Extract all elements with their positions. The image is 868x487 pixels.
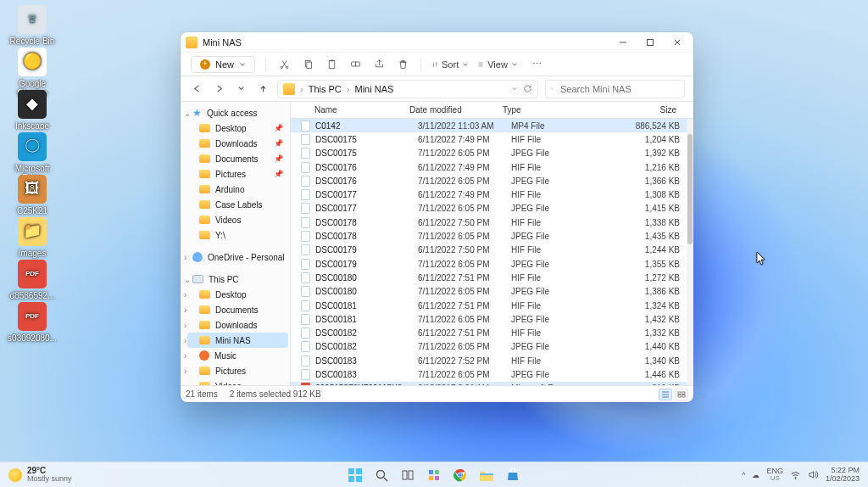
scrollbar[interactable] bbox=[687, 119, 693, 385]
file-row[interactable]: DSC001836/11/2022 7:52 PMHIF File1,340 K… bbox=[291, 354, 693, 367]
nav-item[interactable]: ›Videos bbox=[187, 378, 288, 385]
start-button[interactable] bbox=[346, 466, 364, 484]
rename-button[interactable] bbox=[348, 57, 363, 72]
close-button[interactable] bbox=[666, 32, 688, 53]
file-date: 7/11/2022 6:05 PM bbox=[411, 176, 504, 186]
view-dropdown[interactable]: View bbox=[477, 59, 518, 70]
navigation-pane[interactable]: ⌄★Quick accessDesktop📌Downloads📌Document… bbox=[181, 102, 291, 385]
breadcrumb-segment[interactable]: This PC bbox=[309, 84, 342, 94]
folder-icon bbox=[199, 382, 210, 385]
recent-button[interactable] bbox=[233, 81, 248, 97]
scrollbar-thumb[interactable] bbox=[687, 134, 693, 244]
wifi-icon[interactable] bbox=[790, 469, 801, 480]
nav-item[interactable]: ›Mini NAS bbox=[187, 333, 288, 348]
nav-item[interactable]: ›Desktop bbox=[187, 287, 288, 302]
file-row[interactable]: DSC001826/11/2022 7:51 PMHIF File1,332 K… bbox=[291, 326, 693, 339]
share-button[interactable] bbox=[371, 57, 387, 72]
file-row[interactable]: DSC001807/11/2022 6:05 PMJPEG File1,386 … bbox=[291, 285, 693, 299]
file-row[interactable]: DSC001837/11/2022 6:05 PMJPEG File1,446 … bbox=[291, 367, 693, 381]
file-row[interactable]: DSC001776/11/2022 7:49 PMHIF File1,308 K… bbox=[291, 188, 693, 201]
file-name: 660515378X726115X8 bbox=[315, 383, 411, 385]
search-box[interactable] bbox=[545, 80, 685, 98]
desktop-icon[interactable]: 🖼C25K21 bbox=[7, 175, 58, 216]
cut-button[interactable] bbox=[276, 57, 292, 72]
tray-chevron[interactable]: ^ bbox=[742, 471, 745, 479]
desktop-icon[interactable]: PDFs03092080... bbox=[7, 302, 58, 343]
nav-item[interactable]: ›OneDrive - Personal bbox=[187, 249, 288, 265]
refresh-icon[interactable] bbox=[523, 84, 532, 93]
file-row[interactable]: 660515378X726115X89/12/2017 2:01 AMMicro… bbox=[291, 382, 693, 385]
col-type[interactable]: Type bbox=[496, 105, 555, 115]
sort-dropdown[interactable]: Sort bbox=[431, 59, 469, 70]
explorer-taskbar-icon[interactable] bbox=[477, 466, 496, 484]
nav-item[interactable]: ›Downloads bbox=[187, 317, 288, 333]
copy-button[interactable] bbox=[300, 57, 315, 72]
col-size[interactable]: Size bbox=[555, 105, 685, 115]
forward-button[interactable] bbox=[211, 81, 226, 97]
file-row[interactable]: DSC001806/11/2022 7:51 PMHIF File1,272 K… bbox=[291, 271, 693, 284]
up-button[interactable] bbox=[255, 81, 270, 97]
nav-item[interactable]: ›Pictures bbox=[187, 363, 288, 378]
nav-item[interactable]: Videos bbox=[187, 212, 288, 227]
maximize-button[interactable] bbox=[639, 32, 661, 53]
nav-item[interactable]: Case Labels bbox=[187, 197, 288, 212]
nav-item[interactable]: Desktop📌 bbox=[187, 120, 288, 136]
nav-item[interactable]: Downloads📌 bbox=[187, 136, 288, 151]
file-row[interactable]: DSC001757/11/2022 6:05 PMJPEG File1,392 … bbox=[291, 147, 693, 160]
nav-item[interactable]: Documents📌 bbox=[187, 151, 288, 166]
file-list[interactable]: C01423/11/2022 11:03 AMMP4 File886,524 K… bbox=[291, 119, 693, 385]
breadcrumb-bar[interactable]: › This PC › Mini NAS bbox=[277, 80, 538, 98]
file-row[interactable]: DSC001797/11/2022 6:05 PMJPEG File1,355 … bbox=[291, 257, 693, 271]
col-name[interactable]: Name bbox=[291, 105, 403, 115]
search-input[interactable] bbox=[559, 83, 679, 95]
file-row[interactable]: DSC001767/11/2022 6:05 PMJPEG File1,366 … bbox=[291, 174, 693, 188]
file-row[interactable]: C01423/11/2022 11:03 AMMP4 File886,524 K… bbox=[291, 119, 693, 132]
desktop-icon[interactable]: 🗑️Recycle Bin bbox=[7, 5, 58, 46]
file-row[interactable]: DSC001817/11/2022 6:05 PMJPEG File1,432 … bbox=[291, 312, 693, 326]
file-row[interactable]: DSC001756/11/2022 7:49 PMHIF File1,204 K… bbox=[291, 132, 693, 146]
back-button[interactable] bbox=[189, 81, 204, 97]
details-view-button[interactable] bbox=[659, 389, 672, 400]
file-row[interactable]: DSC001816/11/2022 7:51 PMHIF File1,324 K… bbox=[291, 299, 693, 312]
nav-item[interactable]: Pictures📌 bbox=[187, 166, 288, 182]
star-icon: ★ bbox=[192, 108, 202, 118]
nav-item[interactable]: Arduino bbox=[187, 182, 288, 197]
large-icons-view-button[interactable] bbox=[675, 389, 688, 400]
file-row[interactable]: DSC001827/11/2022 6:05 PMJPEG File1,440 … bbox=[291, 340, 693, 354]
nav-item[interactable]: ›Music bbox=[187, 348, 288, 363]
file-row[interactable]: DSC001786/11/2022 7:50 PMHIF File1,338 K… bbox=[291, 216, 693, 229]
breadcrumb-segment[interactable]: Mini NAS bbox=[354, 84, 393, 94]
file-row[interactable]: DSC001777/11/2022 6:05 PMJPEG File1,415 … bbox=[291, 202, 693, 216]
minimize-button[interactable] bbox=[612, 32, 634, 53]
desktop-icon[interactable]: ◆Inkscape bbox=[7, 90, 58, 131]
nav-item[interactable]: ⌄This PC bbox=[187, 271, 288, 287]
more-button[interactable]: ⋯ bbox=[530, 57, 545, 72]
paste-button[interactable] bbox=[324, 57, 339, 72]
col-date[interactable]: Date modified bbox=[403, 105, 496, 115]
chevron-down-icon[interactable] bbox=[511, 84, 518, 93]
clock[interactable]: 5:22 PM 1/02/2023 bbox=[826, 467, 860, 484]
file-icon bbox=[301, 203, 310, 214]
weather-widget[interactable]: 29°C Mostly sunny bbox=[0, 467, 72, 483]
taskbar[interactable]: 29°C Mostly sunny ^ ☁ ENG US 5:22 PM bbox=[0, 462, 868, 487]
onedrive-tray-icon[interactable]: ☁ bbox=[752, 471, 760, 479]
file-row[interactable]: DSC001787/11/2022 6:05 PMJPEG File1,435 … bbox=[291, 229, 693, 243]
file-row[interactable]: DSC001766/11/2022 7:49 PMHIF File1,216 K… bbox=[291, 160, 693, 174]
nav-item[interactable]: Y:\ bbox=[187, 227, 288, 243]
desktop-icon[interactable]: 📁Images bbox=[7, 217, 58, 258]
file-row[interactable]: DSC001796/11/2022 7:50 PMHIF File1,244 K… bbox=[291, 244, 693, 257]
search-button[interactable] bbox=[372, 466, 391, 484]
lang-region[interactable]: US bbox=[771, 475, 780, 482]
desktop[interactable]: 🗑️Recycle Bin🟡Google Chrome◆Inkscape〇Mic… bbox=[0, 0, 868, 487]
volume-icon[interactable] bbox=[808, 469, 819, 480]
desktop-icon[interactable]: PDFd8586592... bbox=[7, 260, 58, 300]
widgets-button[interactable] bbox=[425, 466, 443, 484]
delete-button[interactable] bbox=[395, 57, 410, 72]
title-bar[interactable]: Mini NAS bbox=[181, 32, 693, 53]
chrome-taskbar-icon[interactable] bbox=[451, 466, 470, 484]
new-button[interactable]: + New bbox=[191, 56, 255, 73]
task-view-button[interactable] bbox=[398, 466, 417, 484]
nav-item[interactable]: ›Documents bbox=[187, 302, 288, 317]
store-taskbar-icon[interactable] bbox=[504, 466, 522, 484]
nav-item[interactable]: ⌄★Quick access bbox=[187, 105, 288, 120]
